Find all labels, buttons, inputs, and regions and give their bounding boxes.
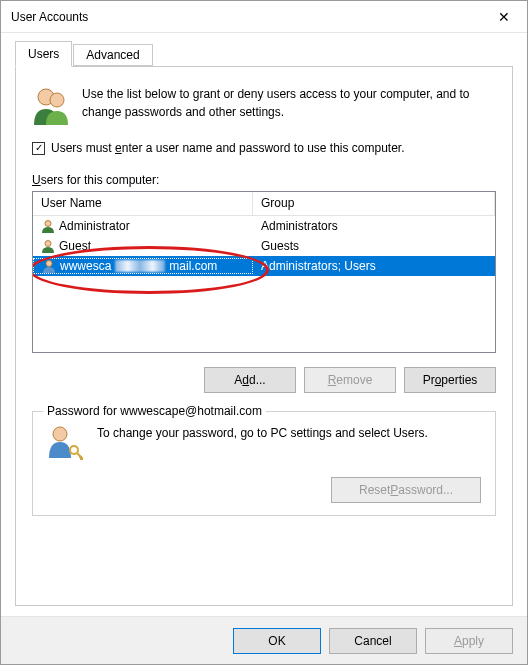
cell-username: Guest <box>59 239 91 253</box>
ok-button[interactable]: OK <box>233 628 321 654</box>
add-button[interactable]: Add... <box>204 367 296 393</box>
censored-region <box>115 260 165 272</box>
list-body: Administrator Administrators Guest Guest… <box>33 216 495 276</box>
col-group[interactable]: Group <box>253 192 495 215</box>
cell-username-suffix: mail.com <box>169 259 217 273</box>
tab-advanced[interactable]: Advanced <box>73 44 152 66</box>
cell-group: Administrators; Users <box>253 259 495 273</box>
tab-panel-users: Use the list below to grant or deny user… <box>15 66 513 606</box>
list-button-row: Add... Remove Properties <box>32 367 496 393</box>
svg-point-5 <box>53 427 67 441</box>
users-listview[interactable]: User Name Group Administrator Administra… <box>32 191 496 353</box>
password-groupbox: Password for wwwescape@hotmail.com To ch… <box>32 411 496 516</box>
cell-username-prefix: wwwesca <box>60 259 111 273</box>
intro-row: Use the list below to grant or deny user… <box>32 85 496 125</box>
reset-password-button: Reset Password... <box>331 477 481 503</box>
col-user-name[interactable]: User Name <box>33 192 253 215</box>
list-row-administrator[interactable]: Administrator Administrators <box>33 216 495 236</box>
checkbox-icon: ✓ <box>32 142 45 155</box>
checkbox-label: Users must enter a user name and passwor… <box>51 141 405 155</box>
svg-point-6 <box>70 446 78 454</box>
user-icon <box>41 239 55 253</box>
user-icon <box>41 219 55 233</box>
list-row-guest[interactable]: Guest Guests <box>33 236 495 256</box>
apply-button: Apply <box>425 628 513 654</box>
key-icon <box>47 424 83 463</box>
tab-users[interactable]: Users <box>15 41 72 67</box>
intro-text: Use the list below to grant or deny user… <box>82 85 496 125</box>
svg-point-1 <box>50 93 64 107</box>
window-title: User Accounts <box>11 10 88 24</box>
dialog-footer: OK Cancel Apply <box>1 616 527 664</box>
list-headers: User Name Group <box>33 192 495 216</box>
close-button[interactable]: ✕ <box>481 2 527 32</box>
cell-username: Administrator <box>59 219 130 233</box>
list-label: Users for this computer: <box>32 173 496 187</box>
svg-point-4 <box>46 261 52 267</box>
close-icon: ✕ <box>498 9 510 25</box>
user-icon <box>42 259 56 273</box>
properties-button[interactable]: Properties <box>404 367 496 393</box>
cell-group: Guests <box>253 239 495 253</box>
svg-point-3 <box>45 241 51 247</box>
password-legend: Password for wwwescape@hotmail.com <box>43 404 266 418</box>
cell-group: Administrators <box>253 219 495 233</box>
require-login-checkbox[interactable]: ✓ Users must enter a user name and passw… <box>32 141 496 155</box>
dialog-content: Users Advanced Use the list below to gra… <box>1 33 527 616</box>
remove-button: Remove <box>304 367 396 393</box>
user-accounts-dialog: User Accounts ✕ Users Advanced Use the l <box>0 0 528 665</box>
svg-point-2 <box>45 221 51 227</box>
tab-strip: Users Advanced <box>15 41 513 66</box>
password-text: To change your password, go to PC settin… <box>97 424 481 442</box>
list-row-current-user[interactable]: wwwescamail.com Administrators; Users <box>33 256 495 276</box>
cancel-button[interactable]: Cancel <box>329 628 417 654</box>
titlebar: User Accounts ✕ <box>1 1 527 33</box>
users-icon <box>32 85 68 125</box>
